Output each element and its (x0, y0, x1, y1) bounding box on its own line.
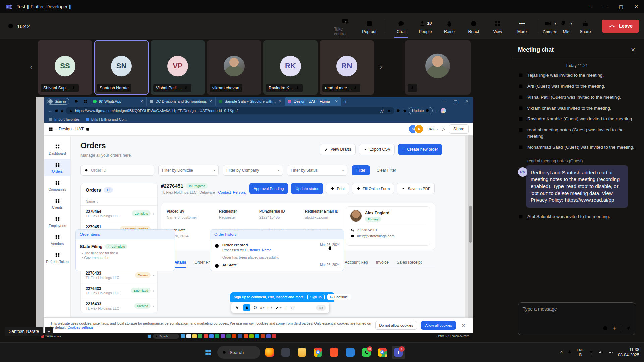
taskbar-app-icon[interactable] (226, 334, 231, 338)
taskbar-search-box[interactable]: Search (217, 346, 260, 359)
allow-cookies-button[interactable]: Allow all cookies (421, 321, 456, 330)
taskbar-app-icon[interactable] (266, 334, 271, 338)
comment-tool-icon[interactable]: O (254, 305, 257, 310)
refresh-icon[interactable] (54, 109, 59, 113)
chat-close-icon[interactable]: ✕ (631, 47, 635, 53)
tab-close-icon[interactable]: ✕ (279, 99, 282, 104)
taskbar-app-icon[interactable] (192, 334, 197, 338)
browser-close-button[interactable]: ✕ (461, 97, 473, 106)
taskbar-app-icon[interactable] (221, 334, 225, 338)
chat-button[interactable]: Chat (390, 19, 412, 34)
taskbar-app-icon[interactable] (215, 334, 219, 338)
maximize-button[interactable]: ▢ (613, 0, 629, 13)
text-tool-icon[interactable]: T (285, 305, 287, 310)
tab-close-icon[interactable]: ✕ (335, 99, 338, 104)
google-continue-button[interactable]: G Continue (327, 294, 351, 300)
minimize-button[interactable]: — (598, 0, 613, 13)
approval-pending-button[interactable]: Approval Pending (249, 183, 288, 194)
frame-tool-icon[interactable]: #▾ (260, 305, 264, 310)
sidebar-item[interactable]: Vendors (44, 231, 70, 249)
raise-hand-button[interactable]: Raise (438, 19, 461, 34)
contact-phone[interactable]: 2123874901 (350, 228, 426, 232)
strip-scroll-left-icon[interactable]: ‹ (28, 60, 35, 74)
participant-tile[interactable]: SS Shivani Sup... (38, 40, 92, 95)
chevron-right-icon[interactable]: › (153, 273, 154, 277)
home-icon[interactable] (60, 109, 64, 113)
taskbar-app-icon[interactable] (186, 334, 191, 338)
presenter-add-icon[interactable]: + (45, 327, 53, 336)
new-tab-button[interactable]: + (344, 99, 347, 104)
workspaces-icon[interactable] (74, 99, 79, 104)
wifi-icon[interactable] (589, 350, 594, 355)
extensions-icon[interactable] (396, 108, 401, 113)
detail-tab[interactable]: Sales Receipt (397, 260, 422, 265)
taskbar-search[interactable]: Search (153, 334, 179, 339)
present-icon[interactable]: ▷ (442, 127, 445, 131)
volume-icon[interactable] (598, 350, 604, 355)
filter-apply-button[interactable]: Filter (352, 165, 370, 175)
taskbar-app-icon[interactable] (209, 334, 214, 338)
detail-tab[interactable]: Account Rep (345, 260, 368, 265)
shape-tool-icon[interactable]: □▾ (268, 305, 272, 310)
filter-domicile-dropdown[interactable]: Filter by Domicile▾ (158, 165, 219, 176)
cookie-close-icon[interactable]: ✕ (460, 323, 467, 328)
chrome-profile-icon[interactable] (376, 346, 389, 359)
people-button[interactable]: 10 People (414, 19, 436, 34)
order-row[interactable]: 2216433 TL Flex Holdings LLC Created › (81, 298, 157, 313)
pen-tool-icon[interactable]: ▾ (275, 306, 281, 310)
chevron-right-icon[interactable]: › (153, 304, 154, 308)
browser-minimize-button[interactable]: — (438, 97, 450, 106)
export-csv-button[interactable]: Export CSV (359, 144, 395, 155)
browser-tab[interactable]: DC Divisions and Surroundings ✕ (146, 97, 215, 106)
zoom-dropdown[interactable]: 94%▾ (428, 127, 438, 131)
brave-icon[interactable] (327, 346, 341, 359)
camera-chevron-icon[interactable]: ▾ (554, 21, 556, 26)
print-button[interactable]: Print (326, 183, 349, 194)
sidebar-item[interactable]: Companies (44, 177, 70, 194)
browser-profile-button[interactable]: Sign in (47, 98, 69, 105)
sidebar-item[interactable]: Clients (44, 195, 70, 213)
clock[interactable]: 11:38 08-04-2025 (618, 347, 639, 358)
participant-tile[interactable]: VP Vishal Patil ... (151, 40, 205, 95)
taskbar-app-icon[interactable] (244, 334, 248, 338)
participant-tile[interactable]: SN Santosh Narate (94, 40, 149, 95)
clear-filter-button[interactable]: Clear Filter (374, 168, 399, 173)
react-button[interactable]: React (463, 19, 485, 34)
emoji-icon[interactable] (602, 325, 608, 331)
hand-tool-icon[interactable] (243, 304, 250, 311)
send-icon[interactable] (625, 325, 631, 331)
pop-out-button[interactable]: Pop out (358, 19, 380, 34)
fill-online-form-button[interactable]: Fill Online Form (352, 183, 394, 194)
contact-email[interactable]: alex@vstatefilings.com (350, 234, 426, 238)
view-button[interactable]: View (487, 19, 509, 34)
vscode-icon[interactable] (343, 346, 357, 359)
browser-update-button[interactable]: Update (409, 107, 433, 114)
figma-menu-chevron-icon[interactable]: ▾ (55, 128, 57, 131)
scrollbar-thumb[interactable] (469, 206, 472, 243)
leave-button[interactable]: Leave (602, 20, 639, 33)
deny-cookies-button[interactable]: Do not allow cookies (375, 321, 417, 330)
tab-close-icon[interactable]: ✕ (209, 99, 212, 104)
figma-menu-icon[interactable] (48, 127, 53, 132)
browser-maximize-button[interactable]: ▢ (450, 97, 461, 106)
firefox-icon[interactable] (263, 346, 276, 359)
teams-taskbar-icon[interactable]: T 1 (392, 346, 405, 359)
tray-overflow-icon[interactable]: ^ (560, 350, 562, 355)
taskbar-app-icon[interactable] (204, 334, 208, 338)
taskbar-app-icon[interactable] (249, 334, 254, 338)
detail-tab[interactable]: Invoice (376, 260, 389, 265)
more-button[interactable]: ••• More (511, 19, 533, 34)
collaborator-avatar[interactable]: A (414, 124, 424, 134)
filter-status-dropdown[interactable]: Filter by Status▾ (287, 165, 347, 176)
browser-settings-icon[interactable]: ··· (434, 108, 439, 113)
browser-tab[interactable]: Design - UAT – Figma ✕ (285, 97, 341, 106)
taskbar-app-icon[interactable] (261, 334, 265, 338)
taskbar-app-icon[interactable] (198, 334, 202, 338)
file-explorer-icon[interactable] (295, 346, 309, 359)
titlebar-more-icon[interactable]: ··· (582, 0, 598, 13)
copilot-icon[interactable] (441, 108, 446, 113)
url-field[interactable]: https://www.figma.com/design/9BKQ0FOHRWa… (66, 107, 394, 114)
mic-chevron-icon[interactable]: ▾ (570, 21, 572, 26)
taskbar-app-icon[interactable] (272, 334, 276, 338)
taskbar-app-icon[interactable] (255, 334, 259, 338)
